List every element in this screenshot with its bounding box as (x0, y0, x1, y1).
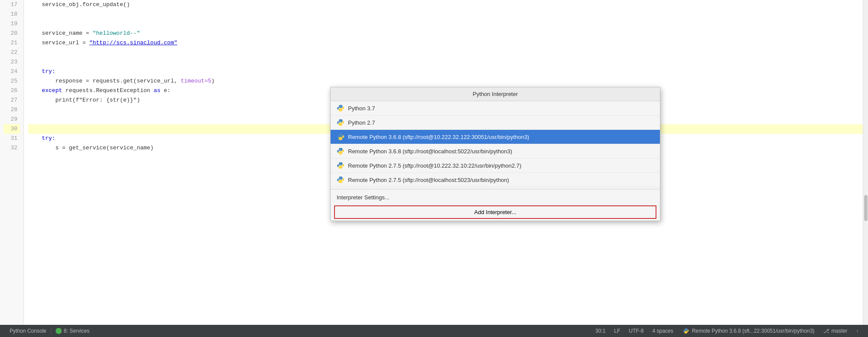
code-segment: "helloworld--" (93, 29, 140, 38)
interpreter-item-py27[interactable]: Python 2.7 (331, 116, 660, 130)
services-icon (56, 328, 62, 334)
line-number: 17 (3, 0, 20, 10)
interpreter-indicator[interactable]: Remote Python 3.6.8 (sft...22:30051/usr/… (678, 325, 819, 337)
code-segment: s = get_service(service_name) (28, 143, 154, 153)
dropdown-divider (331, 189, 660, 189)
code-segment: as (154, 86, 161, 96)
interpreter-settings-label: Interpreter Settings... (337, 194, 389, 201)
code-line: try: (28, 67, 863, 76)
interpreter-item-remote-py275-main[interactable]: Remote Python 2.7.5 (sftp://root@10.222.… (331, 159, 660, 173)
line-number: 27 (3, 96, 20, 105)
git-status-icon: ↑ (856, 328, 859, 334)
interpreter-label: Remote Python 3.6.8 (sftp://root@10.222.… (348, 134, 529, 140)
code-line (28, 48, 863, 57)
code-segment: (f"Error: {str(e)}") (72, 96, 140, 105)
interpreter-item-remote-py368-main[interactable]: Remote Python 3.6.8 (sftp://root@10.222.… (331, 130, 660, 144)
line-number: 24 (3, 67, 20, 76)
status-bar: Python Console 8: Services 30:1 LF UTF-8… (0, 325, 868, 337)
code-segment: requests.RequestException (62, 86, 154, 96)
interpreter-settings-button[interactable]: Interpreter Settings... (331, 191, 660, 204)
code-line: service_name = "helloworld--" (28, 29, 863, 38)
add-interpreter-label: Add Interpreter... (474, 209, 517, 215)
code-line (28, 19, 863, 29)
line-number: 32 (3, 143, 20, 153)
interpreter-item-remote-py368-local[interactable]: Remote Python 3.6.8 (sftp://root@localho… (331, 144, 660, 159)
services-button[interactable]: 8: Services (51, 325, 94, 337)
git-branch-indicator[interactable]: ⎇ master (819, 325, 852, 337)
code-segment (28, 96, 55, 105)
code-segment: service_url = (28, 38, 89, 48)
code-line (28, 57, 863, 67)
interpreter-label: Remote Python 3.6.8 (sftp://root@localho… (348, 148, 512, 155)
code-segment: try: (28, 67, 55, 76)
line-ending-indicator: LF (610, 325, 625, 337)
python-icon (337, 119, 345, 126)
remote-python-icon (337, 133, 345, 141)
code-segment (28, 134, 42, 143)
services-label: 8: Services (64, 328, 89, 334)
git-status-button[interactable]: ↑ (852, 325, 863, 337)
line-ending-label: LF (614, 328, 620, 334)
position-label: 30:1 (595, 328, 605, 334)
line-number: 22 (3, 48, 20, 57)
indent-indicator: 4 spaces (648, 325, 678, 337)
line-number: 30 (3, 124, 20, 134)
code-segment: response = requests.get(service_url, (28, 76, 181, 86)
position-indicator: 30:1 (591, 325, 610, 337)
editor-area: 17181920212223242526272829303132 service… (0, 0, 868, 325)
interpreter-status-label: Remote Python 3.6.8 (sft...22:30051/usr/… (692, 328, 815, 334)
code-segment: service_name = (28, 29, 93, 38)
line-number: 23 (3, 57, 20, 67)
line-number: 19 (3, 19, 20, 29)
scrollbar-thumb[interactable] (864, 195, 868, 221)
code-segment: print (55, 96, 72, 105)
line-number: 29 (3, 115, 20, 124)
code-segment: except (28, 86, 62, 96)
code-segment: try: (42, 134, 55, 143)
code-segment: timeout=5 (181, 76, 211, 86)
line-number: 31 (3, 134, 20, 143)
add-interpreter-button[interactable]: Add Interpreter... (334, 205, 656, 219)
dropdown-header: Python Interpreter (331, 87, 660, 101)
code-line: service_obj.force_update() (28, 0, 863, 10)
line-number: 21 (3, 38, 20, 48)
indent-label: 4 spaces (653, 328, 673, 334)
line-number: 18 (3, 10, 20, 19)
git-icon: ⎇ (823, 328, 829, 334)
code-line (28, 10, 863, 19)
code-line: response = requests.get(service_url, tim… (28, 76, 863, 86)
code-line: service_url = "http://scs.sinacloud.com" (28, 38, 863, 48)
line-numbers: 17181920212223242526272829303132 (0, 0, 24, 325)
interpreter-label: Python 2.7 (348, 119, 375, 126)
interpreter-item-remote-py275-local[interactable]: Remote Python 2.7.5 (sftp://root@localho… (331, 173, 660, 187)
charset-label: UTF-8 (629, 328, 644, 334)
code-segment: service_obj.force_update() (28, 0, 130, 10)
code-segment: ) (211, 76, 215, 86)
line-number: 28 (3, 105, 20, 115)
python-console-label: Python Console (10, 328, 46, 334)
charset-indicator: UTF-8 (625, 325, 648, 337)
remote-python-icon (337, 176, 345, 184)
git-branch-label: master (832, 328, 848, 334)
code-segment: e: (160, 86, 170, 96)
interpreter-label: Remote Python 2.7.5 (sftp://root@10.222.… (348, 162, 521, 169)
interpreter-status-icon (682, 327, 690, 335)
interpreter-label: Python 3.7 (348, 105, 375, 112)
remote-python-icon (337, 162, 345, 169)
line-number: 20 (3, 29, 20, 38)
scrollbar[interactable] (863, 0, 868, 325)
python-icon (337, 104, 345, 112)
interpreter-item-py37[interactable]: Python 3.7 (331, 101, 660, 116)
code-segment: "http://scs.sinacloud.com" (89, 38, 177, 48)
line-number: 26 (3, 86, 20, 96)
line-number: 25 (3, 76, 20, 86)
interpreter-label: Remote Python 2.7.5 (sftp://root@localho… (348, 177, 509, 183)
remote-python-icon (337, 147, 345, 155)
python-console-button[interactable]: Python Console (5, 325, 51, 337)
interpreter-dropdown: Python Interpreter Python 3.7 Python 2.7 (330, 87, 660, 221)
